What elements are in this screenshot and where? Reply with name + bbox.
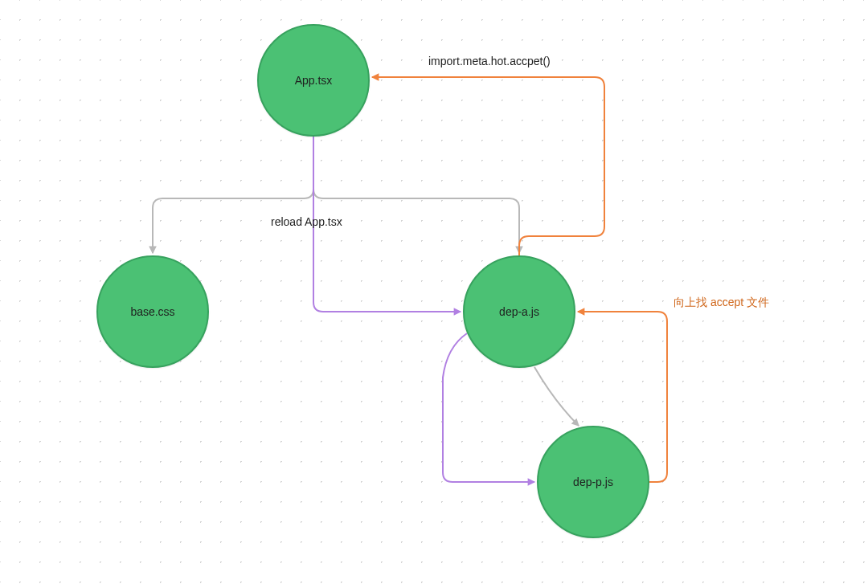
label-reload-app: reload App.tsx (271, 215, 342, 228)
label-find-accept: 向上找 accept 文件 (674, 296, 769, 310)
node-base-css[interactable]: base.css (96, 255, 209, 368)
edge-gray-app-to-base (153, 137, 313, 253)
label-import-meta: import.meta.hot.accpet() (428, 55, 551, 67)
edge-gray-app-to-depa (313, 137, 519, 253)
node-label: base.css (130, 305, 174, 318)
node-label: dep-p.js (573, 476, 613, 488)
edge-gray-depa-to-depp (534, 367, 579, 426)
diagram-canvas[interactable]: App.tsx base.css dep-a.js dep-p.js impor… (0, 0, 868, 588)
node-label: App.tsx (295, 74, 333, 87)
node-dep-a-js[interactable]: dep-a.js (463, 255, 575, 368)
edge-orange-depa-to-app (372, 77, 604, 255)
node-dep-p-js[interactable]: dep-p.js (537, 426, 649, 538)
node-label: dep-a.js (499, 305, 539, 318)
node-app-tsx[interactable]: App.tsx (257, 24, 370, 137)
